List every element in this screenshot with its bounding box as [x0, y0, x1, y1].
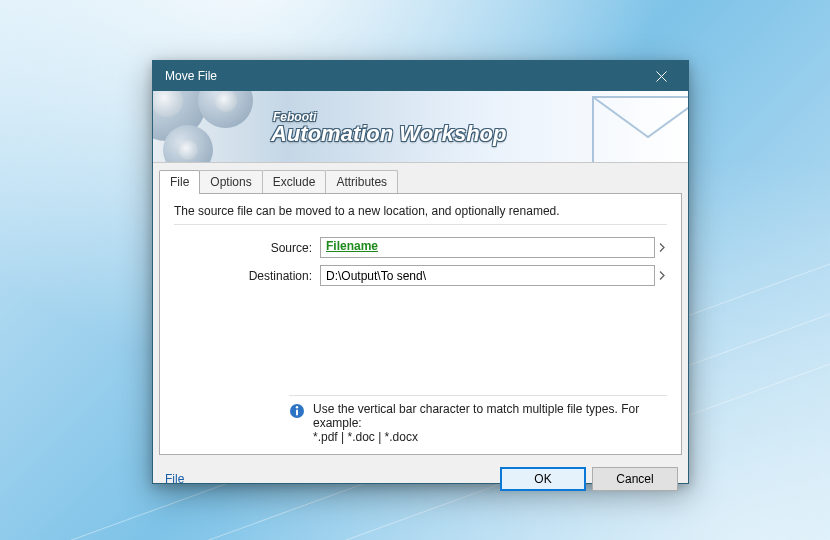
tab-panel-file: The source file can be moved to a new lo…	[159, 193, 682, 455]
gear-icon	[163, 125, 213, 163]
destination-picker-button[interactable]	[657, 265, 667, 286]
tab-exclude[interactable]: Exclude	[262, 170, 327, 193]
row-source: Source: Filename	[174, 237, 667, 258]
hint-line2: *.pdf | *.doc | *.docx	[313, 430, 667, 444]
ok-button[interactable]: OK	[500, 467, 586, 491]
destination-input[interactable]	[320, 265, 655, 286]
banner-brand-big: Automation Workshop	[271, 123, 506, 145]
gear-icon	[198, 91, 253, 128]
chevron-right-icon	[659, 243, 665, 252]
close-icon	[656, 71, 667, 82]
move-file-dialog: Move File Febooti Automation Workshop Fi…	[152, 60, 689, 484]
cancel-button[interactable]: Cancel	[592, 467, 678, 491]
footer-link-file[interactable]: File	[165, 472, 184, 486]
banner: Febooti Automation Workshop	[153, 91, 688, 163]
close-button[interactable]	[640, 64, 682, 88]
hint-area: Use the vertical bar character to match …	[174, 395, 667, 444]
svg-point-3	[296, 406, 298, 408]
window-title: Move File	[165, 69, 640, 83]
source-picker-button[interactable]	[657, 237, 667, 258]
banner-text: Febooti Automation Workshop	[271, 111, 506, 145]
envelope-icon	[588, 91, 688, 163]
panel-description: The source file can be moved to a new lo…	[174, 204, 667, 225]
titlebar[interactable]: Move File	[153, 61, 688, 91]
row-destination: Destination:	[174, 265, 667, 286]
source-input[interactable]: Filename	[320, 237, 655, 258]
hint-text: Use the vertical bar character to match …	[313, 402, 667, 444]
destination-label: Destination:	[174, 269, 320, 283]
source-label: Source:	[174, 241, 320, 255]
tab-file[interactable]: File	[159, 170, 200, 194]
svg-rect-4	[296, 410, 298, 416]
hint-line1: Use the vertical bar character to match …	[313, 402, 667, 430]
dialog-footer: File OK Cancel	[153, 461, 688, 501]
chevron-right-icon	[659, 271, 665, 280]
tab-attributes[interactable]: Attributes	[325, 170, 398, 193]
tab-options[interactable]: Options	[199, 170, 262, 193]
info-icon	[289, 403, 305, 419]
tabstrip: File Options Exclude Attributes	[153, 163, 688, 193]
